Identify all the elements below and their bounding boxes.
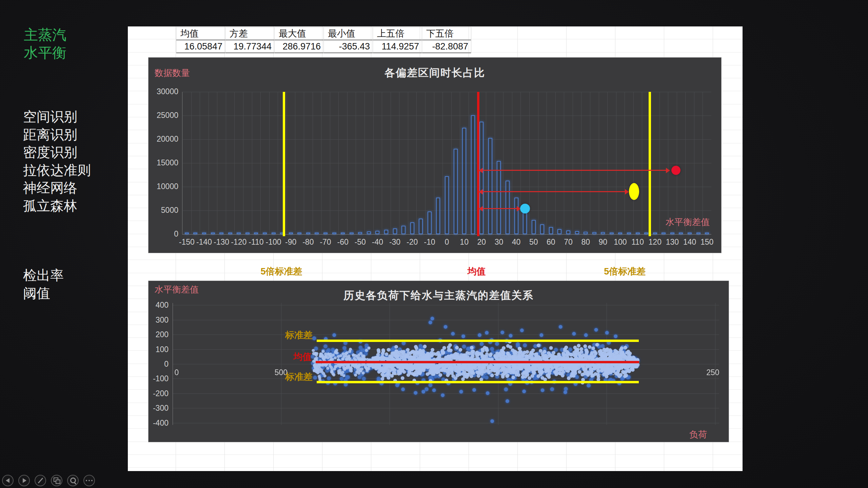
slide-heading: 主蒸汽 水平衡 [24, 26, 66, 62]
stats-table: 均值 16.05847 方差 19.77344 最大值 286.9716 最小值… [176, 27, 471, 53]
stats-header: 最大值 [275, 27, 323, 40]
histogram-bar [566, 230, 570, 234]
histogram-bar [436, 198, 440, 234]
reference-line-caption: 均值 [439, 265, 514, 278]
y-axis-tick-label: 30000 [151, 87, 178, 96]
stats-header: 方差 [225, 27, 274, 40]
magnifier-icon [68, 475, 78, 486]
deviation-arrow [480, 191, 628, 192]
next-slide-button[interactable] [18, 475, 30, 486]
reference-line-yellow [317, 381, 639, 383]
histogram-bar [549, 227, 553, 234]
arrow-left-icon [3, 475, 13, 486]
histogram-bar [557, 229, 561, 234]
y-axis-tick-label: 20000 [151, 135, 178, 144]
stats-value: 114.9257 [373, 40, 422, 53]
y-axis-tick-label: 15000 [151, 158, 178, 167]
spreadsheet-area: 均值 16.05847 方差 19.77344 最大值 286.9716 最小值… [128, 26, 743, 471]
histogram-bar [254, 232, 258, 234]
reference-line-label: 均值 [237, 351, 312, 363]
histogram-bar [358, 232, 362, 234]
histogram-bar [523, 211, 527, 234]
histogram-bar [341, 232, 345, 234]
y-axis-tick-label: 25000 [151, 111, 178, 120]
previous-slide-button[interactable] [2, 475, 14, 486]
histogram-bar [610, 232, 614, 234]
stats-header: 最小值 [324, 27, 373, 40]
y-axis-tick-label: -100 [142, 374, 169, 383]
scatter-points-canvas [173, 303, 719, 425]
metric-item: 阈值 [23, 284, 64, 302]
y-axis-tick-label: 5000 [151, 206, 178, 215]
histogram-bar [679, 232, 683, 234]
histogram-bar [627, 232, 631, 234]
method-item: 空间识别 [23, 108, 91, 126]
method-item: 密度识别 [23, 143, 91, 161]
histogram-bar [584, 232, 588, 234]
histogram-bar [636, 232, 640, 234]
histogram-bar [479, 122, 484, 234]
histogram-bar [367, 231, 371, 234]
histogram-bar [315, 232, 319, 234]
histogram-bar [401, 226, 406, 234]
y-axis-tick-label: 0 [151, 229, 178, 239]
metric-list: 检出率 阈值 [23, 266, 64, 302]
zoom-button[interactable] [67, 475, 79, 486]
stats-column: 上五倍 114.9257 [373, 27, 422, 53]
y-axis-tick-label: 100 [142, 345, 169, 354]
histogram-bar [662, 232, 666, 234]
reference-line-yellow [649, 92, 651, 236]
arrow-right-icon [19, 475, 29, 486]
stats-header: 下五倍 [422, 27, 471, 40]
histogram-bar [670, 232, 674, 234]
histogram-plot-area: -150-140-130-120-110-100-90-80-70-60-50-… [182, 92, 711, 235]
y-axis-tick-label: -200 [142, 389, 169, 398]
histogram-bar [237, 232, 241, 234]
histogram-bar [514, 198, 518, 234]
histogram-bar [428, 211, 432, 234]
stats-value: -82.8087 [422, 40, 471, 53]
histogram-bar [601, 232, 605, 234]
more-options-button[interactable] [83, 475, 95, 486]
histogram-bar [384, 230, 388, 234]
reference-line-yellow [283, 92, 285, 236]
pen-tool-button[interactable] [35, 475, 46, 486]
reference-line-red [477, 92, 479, 236]
stats-value: 16.05847 [176, 40, 225, 53]
y-axis-tick-label: -400 [142, 419, 169, 428]
outlier-marker-#33c6f3 [520, 204, 530, 214]
histogram-bar [471, 115, 475, 234]
slide-sorter-button[interactable] [51, 475, 62, 486]
outlier-marker-ellipse [629, 183, 639, 200]
y-axis-tick-label: 0 [142, 360, 169, 369]
method-item: 孤立森林 [23, 197, 91, 215]
histogram-bar [245, 232, 250, 234]
histogram-bar [332, 232, 336, 234]
histogram-bar [219, 232, 223, 234]
histogram-bar [618, 232, 622, 234]
histogram-bar [419, 219, 423, 234]
slide-heading-line: 水平衡 [24, 44, 66, 62]
stats-column: 最大值 286.9716 [275, 27, 324, 53]
stats-value: 19.77344 [225, 40, 274, 53]
reference-line-caption: 5倍标准差 [588, 265, 662, 278]
stats-column: 最小值 -365.43 [324, 27, 373, 53]
histogram-bar [540, 224, 544, 234]
histogram-bar [705, 232, 709, 234]
histogram-bar [410, 222, 414, 234]
histogram-bar [653, 232, 657, 234]
slide-heading-line: 主蒸汽 [24, 26, 66, 44]
y-axis-tick-label: 200 [142, 330, 169, 339]
method-item: 神经网络 [23, 179, 91, 197]
histogram-bar [350, 232, 354, 234]
slideshow-controls [2, 475, 95, 486]
y-axis-tick-label: 10000 [151, 182, 178, 191]
stats-column: 均值 16.05847 [176, 27, 225, 53]
histogram-bar [462, 128, 466, 234]
method-item: 拉依达准则 [23, 161, 91, 179]
stats-value: -365.43 [324, 40, 373, 53]
reference-line-red [316, 361, 639, 363]
histogram-bar [306, 232, 310, 234]
scatter-title: 历史各负荷下给水与主蒸汽的差值关系 [149, 288, 729, 303]
histogram-bar [297, 232, 301, 234]
